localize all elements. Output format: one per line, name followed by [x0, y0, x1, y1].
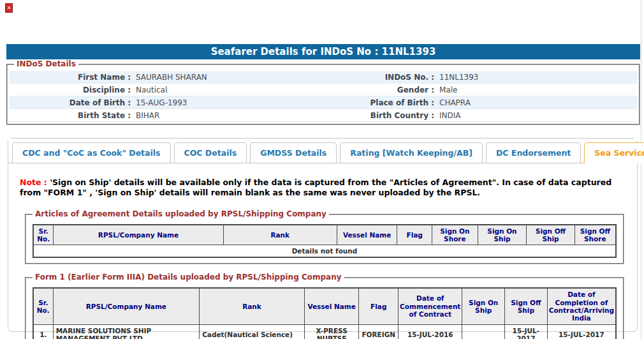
- field-label: Birth State :: [10, 111, 131, 120]
- cell-completion-date: 15-JUL-2017: [547, 324, 616, 339]
- column-header: Rank: [200, 288, 305, 324]
- field-label: First Name :: [10, 73, 131, 82]
- details-tab-widget: CDC and "CoC as Cook" Details COC Detail…: [8, 138, 638, 332]
- column-header: Sign Off Shore: [574, 225, 616, 245]
- details-not-found-message: Details not found: [33, 245, 616, 258]
- field-value: BIHAR: [131, 111, 316, 120]
- cell-sr-no: 1.: [33, 324, 53, 339]
- column-header: Rank: [223, 225, 337, 245]
- field-label: Place of Birth :: [316, 98, 434, 107]
- field-label: Discipline :: [10, 86, 131, 94]
- column-header: RPSL/Company Name: [53, 288, 199, 324]
- cell-flag: FOREIGN: [359, 324, 399, 339]
- tab-coc-details[interactable]: COC Details: [174, 142, 247, 163]
- field-value: CHAPRA: [434, 98, 637, 107]
- note-body: 'Sign on Ship' details will be available…: [20, 177, 611, 197]
- articles-of-agreement-legend: Articles of Agreement Details uploaded b…: [33, 209, 329, 218]
- indos-details-fieldset: INDoS Details First Name : SAURABH SHARA…: [6, 64, 640, 125]
- column-header: Flag: [397, 225, 432, 245]
- tab-sea-service-details[interactable]: Sea Service Details: [584, 142, 644, 163]
- field-value: 11NL1393: [434, 73, 637, 82]
- field-value: INDIA: [434, 111, 637, 120]
- field-value: Nautical: [131, 86, 316, 94]
- indos-row: Date of Birth : 15-AUG-1993 Place of Bir…: [10, 96, 637, 109]
- form1-table: Sr. No. RPSL/Company Name Rank Vessel Na…: [33, 287, 617, 339]
- column-header: Sr. No.: [33, 225, 54, 245]
- indos-details-legend: INDoS Details: [14, 59, 78, 68]
- column-header: Sr. No.: [33, 288, 53, 324]
- column-header: Date of Commencement of Contract: [399, 288, 462, 324]
- table-row: Details not found: [33, 245, 616, 258]
- column-header: Vessel Name: [304, 288, 359, 324]
- indos-row: First Name : SAURABH SHARAN INDoS No. : …: [10, 71, 637, 84]
- cell-vessel-name: X-PRESS NUPTSE: [304, 324, 359, 339]
- note-label: Note :: [20, 177, 47, 187]
- table-header-row: Sr. No. RPSL/Company Name Rank Vessel Na…: [33, 288, 616, 324]
- cell-commencement-date: 15-JUL-2016: [399, 324, 462, 339]
- column-header: Sign Off Ship: [527, 225, 575, 245]
- field-value: SAURABH SHARAN: [131, 73, 316, 82]
- form1-legend: Form 1 (Earlier Form IIIA) Details uploa…: [33, 273, 344, 282]
- seafarer-details-page: ✕ Seafarer Details for INDoS No : 11NL13…: [0, 0, 644, 339]
- column-header: Flag: [359, 288, 399, 324]
- column-header: Sign On Ship: [478, 225, 527, 245]
- sea-service-panel: Note : 'Sign on Ship' details will be av…: [8, 163, 637, 339]
- column-header: Sign Off Ship: [505, 288, 548, 324]
- page-right-border: [641, 0, 641, 339]
- cell-rank: Cadet(Nautical Science): [200, 324, 305, 339]
- articles-of-agreement-fieldset: Articles of Agreement Details uploaded b…: [25, 214, 624, 265]
- tab-dc-endorsement[interactable]: DC Endorsement: [486, 142, 581, 163]
- indos-row: Discipline : Nautical Gender : Male: [10, 84, 637, 96]
- field-label: Birth Country :: [316, 111, 434, 120]
- table-row: 1. MARINE SOLUTIONS SHIP MANAGEMENT PVT …: [33, 324, 616, 339]
- articles-of-agreement-table: Sr. No. RPSL/Company Name Rank Vessel Na…: [33, 224, 617, 259]
- cell-sign-on-ship: [462, 324, 505, 339]
- table-header-row: Sr. No. RPSL/Company Name Rank Vessel Na…: [33, 225, 616, 245]
- field-label: Date of Birth :: [10, 98, 131, 107]
- broken-image-icon: ✕: [5, 3, 13, 13]
- field-label: Gender :: [316, 86, 434, 94]
- field-value: 15-AUG-1993: [131, 98, 316, 107]
- page-title: Seafarer Details for INDoS No : 11NL1393: [6, 44, 640, 59]
- tab-cdc-coc-as-cook-details[interactable]: CDC and "CoC as Cook" Details: [12, 142, 171, 163]
- indos-row: Birth State : BIHAR Birth Country : INDI…: [10, 109, 637, 122]
- tab-strip: CDC and "CoC as Cook" Details COC Detail…: [8, 139, 637, 163]
- tab-rating-watch-keeping-ab[interactable]: Rating [Watch Keeping/AB]: [340, 142, 483, 163]
- column-header: Vessel Name: [337, 225, 397, 245]
- indos-details-rows: First Name : SAURABH SHARAN INDoS No. : …: [10, 71, 637, 122]
- cell-sign-off-ship: 15-JUL-2017: [505, 324, 548, 339]
- column-header: Date of Completion of Contract/Arriving …: [547, 288, 616, 324]
- column-header: Sign On Shore: [432, 225, 478, 245]
- tab-gmdss-details[interactable]: GMDSS Details: [250, 142, 337, 163]
- cell-company-name: MARINE SOLUTIONS SHIP MANAGEMENT PVT LTD…: [53, 324, 199, 339]
- note-text: Note : 'Sign on Ship' details will be av…: [15, 177, 628, 199]
- field-value: Male: [434, 86, 637, 94]
- column-header: Sign On Ship: [462, 288, 505, 324]
- field-label: INDoS No. :: [316, 73, 434, 82]
- form1-fieldset: Form 1 (Earlier Form IIIA) Details uploa…: [25, 277, 624, 339]
- column-header: RPSL/Company Name: [54, 225, 223, 245]
